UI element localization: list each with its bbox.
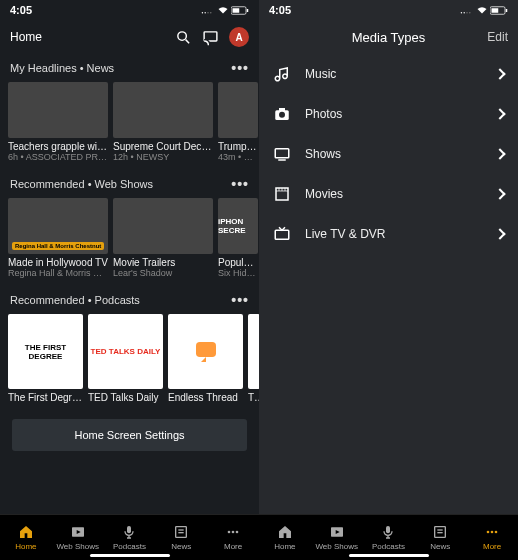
status-bar: 4:05	[259, 0, 518, 20]
headlines-row[interactable]: Teachers grapple with...6h • ASSOCIATED …	[0, 82, 259, 170]
svg-point-43	[491, 531, 494, 534]
home-icon	[277, 524, 293, 540]
podcast-card[interactable]: THE FIRST DEGREEThe First Degree	[8, 314, 83, 403]
status-icons	[460, 5, 508, 15]
svg-point-42	[487, 531, 490, 534]
tab-more[interactable]: More	[466, 515, 518, 560]
camera-icon	[273, 105, 291, 123]
svg-point-20	[464, 12, 465, 13]
chevron-right-icon	[494, 68, 505, 79]
status-time: 4:05	[269, 4, 291, 16]
battery-icon	[490, 6, 508, 15]
media-type-label: Shows	[305, 147, 341, 161]
svg-rect-25	[506, 9, 508, 12]
left-pane: 4:05 Home A My Headlines • News ••• Teac…	[0, 0, 259, 560]
signal-icon	[201, 5, 215, 15]
header-title: Media Types	[259, 30, 518, 45]
podcasts-row[interactable]: THE FIRST DEGREEThe First Degree TED TAL…	[0, 314, 259, 411]
svg-rect-24	[492, 8, 499, 13]
section-title: Recommended • Podcasts	[10, 294, 140, 306]
svg-rect-5	[233, 8, 240, 13]
media-type-shows[interactable]: Shows	[259, 134, 518, 174]
play-icon	[70, 524, 86, 540]
home-screen-settings-button[interactable]: Home Screen Settings	[12, 419, 247, 451]
svg-point-7	[178, 31, 187, 39]
svg-rect-12	[127, 526, 131, 533]
headline-card[interactable]: Teachers grapple with...6h • ASSOCIATED …	[8, 82, 108, 162]
more-icon	[225, 524, 241, 540]
wifi-icon	[476, 6, 488, 15]
wifi-icon	[217, 6, 229, 15]
section-title: Recommended • Web Shows	[10, 178, 153, 190]
svg-point-19	[461, 12, 462, 13]
svg-point-3	[210, 12, 211, 13]
media-type-photos[interactable]: Photos	[259, 94, 518, 134]
podcast-card[interactable]: Endless Thread	[168, 314, 243, 403]
more-icon[interactable]: •••	[231, 176, 249, 192]
status-bar: 4:05	[0, 0, 259, 20]
chevron-right-icon	[494, 148, 505, 159]
webshow-card[interactable]: Movie TrailersLear's Shadow	[113, 198, 213, 278]
media-type-label: Movies	[305, 187, 343, 201]
news-icon	[173, 524, 189, 540]
tab-more[interactable]: More	[207, 515, 259, 560]
svg-rect-29	[275, 149, 289, 158]
media-type-livetv[interactable]: Live TV & DVR	[259, 214, 518, 254]
tab-bar: Home Web Shows Podcasts News More	[0, 514, 259, 560]
svg-point-21	[466, 12, 467, 13]
webshow-card[interactable]: iPHON SECREPopular Sc...Six Hidden iP...	[218, 198, 258, 278]
tab-bar: Home Web Shows Podcasts News More	[259, 514, 518, 560]
svg-line-8	[186, 39, 190, 43]
avatar[interactable]: A	[229, 27, 249, 47]
music-icon	[273, 65, 291, 83]
screen-icon	[273, 145, 291, 163]
svg-point-1	[205, 12, 206, 13]
svg-rect-6	[247, 9, 249, 12]
edit-button[interactable]: Edit	[487, 30, 508, 44]
section-webshows-header[interactable]: Recommended • Web Shows •••	[0, 170, 259, 198]
more-icon[interactable]: •••	[231, 292, 249, 308]
avatar-initial: A	[235, 32, 242, 43]
podcast-card[interactable]: TED TALKS DAILYTED Talks Daily	[88, 314, 163, 403]
media-type-movies[interactable]: Movies	[259, 174, 518, 214]
battery-icon	[231, 6, 249, 15]
svg-point-16	[228, 531, 231, 534]
media-type-label: Photos	[305, 107, 342, 121]
play-icon	[329, 524, 345, 540]
webshow-card[interactable]: Regina Hall & Morris ChestnutMade in Hol…	[8, 198, 108, 278]
svg-point-44	[495, 531, 498, 534]
media-type-label: Live TV & DVR	[305, 227, 385, 241]
svg-point-27	[279, 112, 285, 118]
svg-rect-10	[196, 342, 216, 357]
headline-card[interactable]: Trump cou...43m • REUT...	[218, 82, 258, 162]
home-indicator	[90, 554, 170, 557]
signal-icon	[460, 5, 474, 15]
mic-icon	[121, 524, 137, 540]
header-title[interactable]: Home	[10, 30, 42, 44]
podcast-card[interactable]: The...	[248, 314, 259, 403]
more-icon[interactable]: •••	[231, 60, 249, 76]
svg-rect-28	[279, 108, 285, 111]
status-icons	[201, 5, 249, 15]
more-icon	[484, 524, 500, 540]
cast-icon[interactable]	[202, 29, 219, 46]
section-title: My Headlines • News	[10, 62, 114, 74]
status-time: 4:05	[10, 4, 32, 16]
header: Home A	[0, 20, 259, 54]
section-podcasts-header[interactable]: Recommended • Podcasts •••	[0, 286, 259, 314]
chevron-right-icon	[494, 108, 505, 119]
section-headlines-header[interactable]: My Headlines • News •••	[0, 54, 259, 82]
home-icon	[18, 524, 34, 540]
svg-rect-38	[386, 526, 390, 533]
chevron-right-icon	[494, 228, 505, 239]
content: My Headlines • News ••• Teachers grapple…	[0, 54, 259, 560]
headline-card[interactable]: Supreme Court Decisi...12h • NEWSY	[113, 82, 213, 162]
tab-home[interactable]: Home	[0, 515, 52, 560]
webshows-row[interactable]: Regina Hall & Morris ChestnutMade in Hol…	[0, 198, 259, 286]
media-type-music[interactable]: Music	[259, 54, 518, 94]
search-icon[interactable]	[175, 29, 192, 46]
svg-point-17	[232, 531, 235, 534]
svg-point-0	[202, 12, 203, 13]
tab-home[interactable]: Home	[259, 515, 311, 560]
news-icon	[432, 524, 448, 540]
